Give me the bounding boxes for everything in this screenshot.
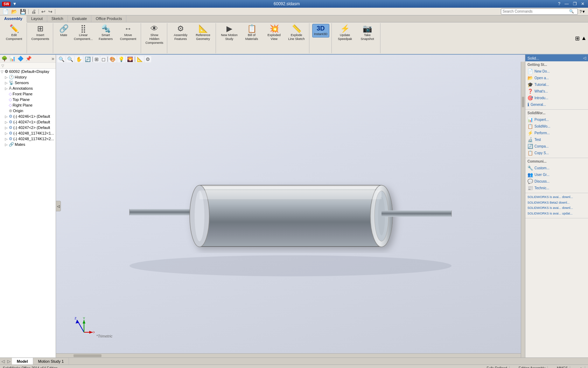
vp-settings[interactable]: ⚙ (145, 56, 151, 62)
restore-button[interactable]: ❐ (572, 1, 578, 6)
rp-item-discussions[interactable]: 💬 Discuss... (527, 178, 586, 185)
tree-btn-2[interactable]: 📊 (9, 55, 16, 62)
rp-item-performance[interactable]: ⚡ Perform... (527, 130, 586, 136)
rp-item-solidworks-rx[interactable]: 📋 SolidWo... (527, 123, 586, 130)
news-link-2[interactable]: SOLIDWORKS Beta2 downl... (527, 201, 570, 204)
tree-item-40248-2-label: (-) 40248_1174K12<2... (13, 137, 54, 141)
new-file-button[interactable]: 📄 (1, 8, 9, 15)
insert-components-button[interactable]: ⊞ Insert Components (30, 24, 51, 42)
vp-zoom-in[interactable]: 🔍 (57, 56, 65, 62)
move-component-button[interactable]: ↔ Move Component (118, 24, 139, 42)
rp-item-copy-settings[interactable]: 📋 Copy S... (527, 150, 586, 156)
vp-pan[interactable]: ✋ (75, 56, 83, 62)
tab-sketch[interactable]: Sketch (47, 15, 68, 22)
tree-item-right-plane[interactable]: ◇ Right Plane (0, 102, 56, 108)
tab-model[interactable]: Model (12, 358, 33, 364)
tree-item-40247-1[interactable]: ▷ ⚙ (-) 40247<1> (Default (0, 119, 56, 125)
vp-display-mode[interactable]: ⊞ (93, 56, 100, 62)
tab-evaluate[interactable]: Evaluate (68, 15, 92, 22)
help-button[interactable]: ? (556, 1, 562, 6)
vp-dimension[interactable]: 📐 (136, 56, 144, 62)
rp-item-intro[interactable]: 🎯 Introdu... (527, 95, 586, 101)
tree-item-history[interactable]: ▷ 🕐 History (0, 74, 56, 80)
tree-item-mates[interactable]: ▷ 🔗 Mates (0, 142, 56, 147)
ribbon-grid-view[interactable]: ⊞ (575, 35, 580, 42)
tree-item-40248-1[interactable]: ▷ ⚙ (-) 40248_1174K12<1... (0, 130, 56, 136)
status-arrow[interactable]: ▲ (577, 366, 585, 368)
explode-line-sketch-button[interactable]: 📏 Explode Line Sketch (286, 24, 307, 42)
bill-of-materials-button[interactable]: 📋 Bill of Materials (241, 24, 262, 42)
tab-motion-study-1[interactable]: Motion Study 1 (33, 358, 69, 364)
tree-btn-3[interactable]: 🔷 (17, 55, 24, 62)
tree-btn-4[interactable]: 📌 (25, 55, 32, 62)
rp-item-technical[interactable]: 📰 Technic... (527, 185, 586, 191)
right-panel-collapse[interactable]: ◁ (583, 56, 586, 60)
rp-item-open[interactable]: 📂 Open a... (527, 75, 586, 81)
news-link-3[interactable]: SOLIDWORKS is avai... downl... (527, 206, 573, 210)
tab-nav-prev[interactable]: ◁ (0, 359, 6, 364)
linear-component-button[interactable]: ⣿ Linear Component... (73, 24, 94, 42)
tree-item-top-plane[interactable]: ◇ Top Plane (0, 97, 56, 102)
smart-fasteners-button[interactable]: 🔩 Smart Fasteners (95, 24, 116, 42)
tree-collapse-button[interactable]: ◁ (56, 201, 61, 211)
vp-zoom-out[interactable]: 🔍 (66, 56, 74, 62)
tree-item-40246[interactable]: ▷ ⚙ (-) 40246<1> (Default (0, 114, 56, 119)
tree-root[interactable]: ▽ ⚙ 60092 (Default<Display (0, 69, 56, 74)
tree-item-annotations[interactable]: ▷ A Annotations (0, 86, 56, 91)
minimize-button[interactable]: — (563, 1, 570, 6)
vp-appearance[interactable]: 🎨 (108, 56, 117, 62)
take-snapshot-button[interactable]: 📷 Take Snapshot (357, 24, 378, 42)
tree-item-front-plane[interactable]: ◇ Front Plane (0, 91, 56, 97)
tab-layout[interactable]: Layout (27, 15, 47, 22)
edit-component-button[interactable]: ✏️ Edit Component (4, 24, 24, 42)
viewport[interactable]: 🔍 🔍 ✋ 🔄 ⊞ ◻ 🎨 💡 🌄 📐 ⚙ (56, 55, 525, 357)
new-motion-study-button[interactable]: ▶ New Motion Study (219, 24, 240, 42)
rp-item-test[interactable]: 🔬 Test (527, 136, 586, 143)
tab-office-products[interactable]: Office Products (91, 15, 126, 22)
rp-item-whats-new[interactable]: ❓ What's... (527, 88, 586, 95)
tab-nav-next[interactable]: ▷ (6, 359, 12, 364)
show-hidden-button[interactable]: 👁 Show Hidden Components (144, 24, 165, 46)
rp-item-tutorial[interactable]: 🎓 Tutorial... (527, 81, 586, 88)
news-link-4[interactable]: SOLIDWORKS is avai... updat... (527, 212, 573, 215)
ribbon-minimize[interactable]: ▲ (581, 35, 587, 41)
undo-button[interactable]: ↩ (40, 8, 47, 15)
tree-item-40248-2[interactable]: ▷ ⚙ (-) 40248_1174K12<2... (0, 136, 56, 142)
rp-item-user-groups[interactable]: 👥 User Gr... (527, 171, 586, 178)
rp-item-properties[interactable]: 📊 Propert... (527, 116, 586, 123)
exploded-view-button[interactable]: 💥 Exploded View (264, 24, 285, 42)
assembly-features-button[interactable]: ⚙ Assembly Features (170, 24, 191, 42)
tab-assembly[interactable]: Assembly (0, 15, 27, 22)
file-menu-icon[interactable]: ▼ (13, 1, 17, 6)
tree-item-sensors[interactable]: ▷ 📡 Sensors (0, 80, 56, 86)
print-button[interactable]: 🖨 (30, 8, 37, 15)
hscroll-thumb[interactable] (74, 354, 102, 357)
rp-item-general[interactable]: ℹ General... (527, 101, 586, 108)
vscroll-thumb[interactable] (522, 97, 524, 107)
vp-view-orient[interactable]: ◻ (100, 56, 107, 62)
rp-item-new-doc[interactable]: 📄 New Do... (527, 68, 586, 75)
instant3d-button[interactable]: 3D Instant3D (312, 24, 329, 38)
close-button[interactable]: ✕ (580, 1, 586, 6)
vp-lighting[interactable]: 💡 (117, 56, 125, 62)
rp-item-compare[interactable]: 🔄 Compa... (527, 143, 586, 150)
reference-geometry-button[interactable]: 📐 Reference Geometry (192, 24, 214, 42)
redo-button[interactable]: ↪ (47, 8, 54, 15)
tree-item-40247-2[interactable]: ▷ ⚙ (-) 40247<2> (Default (0, 125, 56, 130)
tree-btn-1[interactable]: 🌳 (1, 55, 8, 62)
open-file-button[interactable]: 📂 (10, 8, 18, 15)
viewport-hscrollbar[interactable] (56, 353, 521, 357)
help-dropdown[interactable]: ?▼ (579, 9, 587, 14)
viewport-vscrollbar[interactable] (521, 62, 525, 357)
mate-button[interactable]: 🔗 Mate (56, 24, 71, 38)
tree-expand-btn[interactable]: » (51, 55, 55, 62)
right-panel-title: Solid... (527, 56, 539, 60)
vp-scene[interactable]: 🌄 (126, 56, 134, 62)
update-speedpak-button[interactable]: ⚡ Update Speedpak (335, 24, 356, 42)
vp-rotate[interactable]: 🔄 (84, 56, 92, 62)
rp-item-customization[interactable]: 🔧 Custom... (527, 165, 586, 171)
news-link-1[interactable]: SOLIDWORKS is avai... downl... (527, 195, 573, 199)
save-button[interactable]: 💾 (19, 8, 27, 15)
tree-item-origin[interactable]: ⊕ Origin (0, 108, 56, 114)
search-input[interactable] (503, 9, 569, 13)
